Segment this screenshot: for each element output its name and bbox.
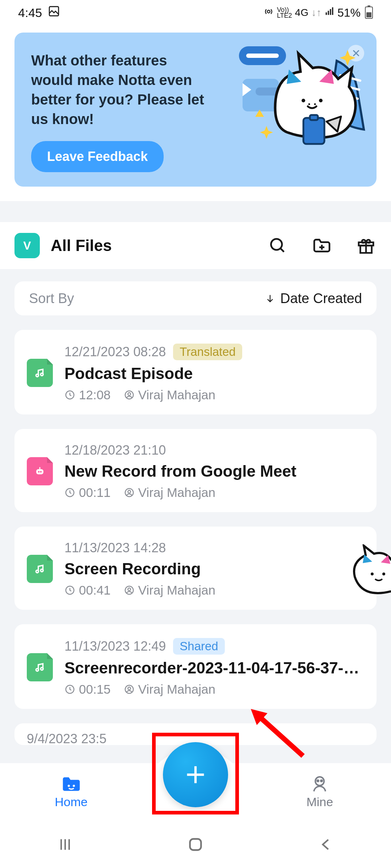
person-icon <box>124 684 135 695</box>
file-title: Screen Recording <box>64 560 364 578</box>
svg-point-12 <box>314 103 316 105</box>
file-owner: Viraj Mahajan <box>138 388 215 402</box>
file-card[interactable]: 9/4/2023 23:5 <box>14 723 377 745</box>
svg-point-36 <box>41 569 43 572</box>
svg-point-1 <box>267 10 270 13</box>
svg-rect-58 <box>190 839 201 850</box>
file-title: Screenrecorder-2023-11-04-17-56-37-9… <box>64 659 364 677</box>
translated-badge: Translated <box>173 344 242 360</box>
nav-mine-label: Mine <box>306 795 333 809</box>
svg-point-51 <box>321 780 322 782</box>
battery-percent: 51% <box>337 6 361 20</box>
section-header: V All Files <box>0 222 391 269</box>
status-lte2: LTE2 <box>277 13 292 18</box>
nav-home-label: Home <box>55 795 88 809</box>
home-folder-icon <box>61 775 81 793</box>
file-datetime: 11/13/2023 12:49 <box>64 639 166 654</box>
sort-by-label: Sort By <box>29 291 74 306</box>
back-button[interactable] <box>315 834 337 855</box>
svg-point-40 <box>36 669 38 671</box>
svg-line-16 <box>281 248 284 252</box>
file-duration: 00:41 <box>79 583 111 597</box>
svg-point-30 <box>40 471 42 473</box>
file-datetime: 12/18/2023 21:10 <box>64 443 166 458</box>
leave-feedback-button[interactable]: Leave Feedback <box>31 141 164 172</box>
arrow-down-icon <box>265 293 275 303</box>
sort-value: Date Created <box>280 291 362 306</box>
recents-button[interactable] <box>54 834 76 855</box>
file-card[interactable]: 12/18/2023 21:10 New Record from Google … <box>14 429 377 512</box>
feedback-banner[interactable]: What other features would make Notta eve… <box>14 33 377 187</box>
audio-file-icon <box>27 359 53 387</box>
svg-point-24 <box>41 373 43 376</box>
audio-file-icon <box>27 555 53 583</box>
svg-point-45 <box>371 573 374 575</box>
file-card[interactable]: 12/21/2023 08:28 Translated Podcast Epis… <box>14 330 377 414</box>
nav-mine[interactable]: Mine <box>265 775 374 809</box>
page-title: All Files <box>51 237 256 255</box>
file-datetime: 12/21/2023 08:28 <box>64 344 166 359</box>
svg-point-48 <box>73 784 75 787</box>
file-owner: Viraj Mahajan <box>138 583 215 597</box>
shared-badge: Shared <box>173 638 224 655</box>
svg-point-39 <box>128 588 131 591</box>
file-card[interactable]: 11/13/2023 14:28 Screen Recording 00:41 … <box>14 527 377 610</box>
svg-point-9 <box>302 99 305 102</box>
status-bar: 4:45 Vo))LTE2 4G ↓↑ 51% <box>0 0 391 25</box>
file-card[interactable]: 11/13/2023 12:49 Shared Screenrecorder-2… <box>14 624 377 709</box>
person-icon <box>124 585 135 596</box>
person-icon <box>124 390 135 400</box>
svg-point-50 <box>317 780 319 782</box>
svg-point-23 <box>36 374 38 377</box>
svg-point-46 <box>382 573 385 575</box>
file-datetime: 11/13/2023 14:28 <box>64 540 166 556</box>
svg-rect-14 <box>310 115 318 120</box>
gallery-icon <box>48 5 60 20</box>
svg-rect-5 <box>246 54 279 58</box>
file-duration: 00:15 <box>79 682 111 697</box>
nav-home[interactable]: Home <box>17 775 126 809</box>
banner-text: What other features would make Notta eve… <box>31 51 212 129</box>
file-title: New Record from Google Meet <box>64 462 364 480</box>
avatar[interactable]: V <box>14 233 40 258</box>
svg-point-35 <box>36 570 38 573</box>
svg-point-11 <box>308 103 310 105</box>
updown-icon: ↓↑ <box>311 7 321 18</box>
svg-point-41 <box>41 668 43 670</box>
svg-point-29 <box>38 471 40 473</box>
svg-point-27 <box>128 393 131 396</box>
home-button[interactable] <box>185 834 206 855</box>
battery-icon <box>365 7 373 19</box>
svg-point-10 <box>319 99 323 102</box>
file-duration: 00:11 <box>79 485 111 500</box>
bot-file-icon <box>27 457 53 485</box>
mascot-icon[interactable] <box>348 544 391 595</box>
audio-file-icon <box>27 653 53 681</box>
svg-point-44 <box>128 687 131 690</box>
system-nav <box>0 821 391 868</box>
banner-illustration <box>232 39 369 180</box>
clock-icon <box>64 390 75 400</box>
hotspot-icon <box>263 6 274 20</box>
person-icon <box>124 487 135 498</box>
new-folder-icon[interactable] <box>311 235 332 256</box>
signal-icon <box>324 7 335 19</box>
file-datetime: 9/4/2023 23:5 <box>27 731 106 745</box>
file-owner: Viraj Mahajan <box>138 485 215 500</box>
sort-bar[interactable]: Sort By Date Created <box>14 281 377 315</box>
clock-icon <box>64 585 75 596</box>
gift-icon[interactable] <box>356 235 377 256</box>
file-owner: Viraj Mahajan <box>138 682 215 697</box>
status-4g: 4G <box>295 7 308 18</box>
svg-point-15 <box>271 239 282 250</box>
svg-point-34 <box>128 490 131 493</box>
search-icon[interactable] <box>267 235 288 256</box>
svg-point-47 <box>68 784 70 787</box>
file-title: Podcast Episode <box>64 365 364 383</box>
clock-icon <box>64 487 75 498</box>
status-time: 4:45 <box>18 6 42 20</box>
svg-rect-28 <box>36 469 43 474</box>
plus-icon <box>183 762 208 787</box>
svg-rect-13 <box>303 118 324 144</box>
add-button[interactable] <box>163 742 228 807</box>
